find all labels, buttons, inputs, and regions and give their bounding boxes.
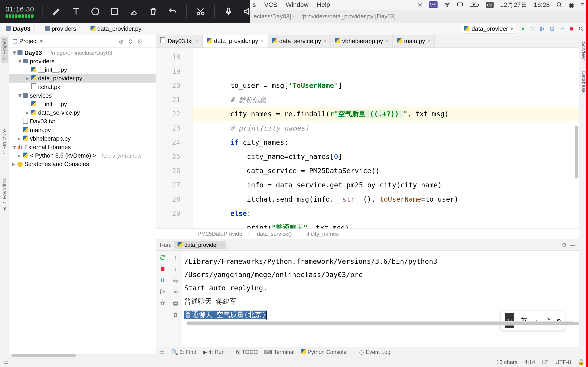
spotlight-icon[interactable] [556, 2, 562, 8]
up-button[interactable]: ↑ [172, 254, 179, 261]
crumb-method[interactable]: data_service() [257, 231, 292, 237]
sciview-tool-tab[interactable]: SciView [580, 40, 587, 62]
soft-wrap-button[interactable] [172, 277, 179, 284]
crumb-block[interactable]: if city_names [307, 231, 339, 237]
breadcrumb-root[interactable]: Day03 〉 [4, 24, 41, 34]
tree-external-libs[interactable]: ▼External Libraries [9, 143, 156, 151]
status-position[interactable]: 4:14 [524, 359, 535, 365]
tree-file[interactable]: itchat.pkl [9, 83, 156, 92]
fold-strip[interactable] [186, 48, 192, 228]
status-spinner-icon[interactable]: ✳︎ [417, 1, 423, 9]
event-log-tab[interactable]: ◌ Event Log [359, 349, 390, 355]
gear-icon[interactable]: ⚙ [137, 38, 144, 44]
close-icon[interactable]: × [260, 38, 263, 44]
attach-button[interactable] [559, 26, 565, 32]
run-tab[interactable]: ▶ 4: Run [203, 349, 225, 355]
tab-vbhelperapp[interactable]: vbhelperapp.py× [331, 35, 393, 48]
menu-window[interactable]: Window [286, 1, 309, 8]
hide-icon[interactable]: — [146, 38, 153, 44]
down-button[interactable]: ↓ [172, 265, 179, 272]
todo-tab[interactable]: ≡ 6: TODO [231, 349, 258, 355]
run-button[interactable] [520, 26, 527, 32]
code-content[interactable]: to_user = msg['ToUserName'] # 解析信息 city_… [192, 48, 579, 228]
tree-folder-providers[interactable]: ▼providers [9, 57, 156, 66]
tree-file-selected[interactable]: ▸data_provider.py [9, 74, 156, 83]
find-tab[interactable]: 🔍 3: Find [171, 349, 196, 355]
python-console-tab[interactable]: Python Console [301, 349, 346, 355]
menu-help[interactable]: Help [317, 1, 330, 8]
coverage-button[interactable] [539, 26, 546, 32]
collapse-icon[interactable]: ⇕ [128, 38, 134, 44]
close-icon[interactable]: × [323, 38, 326, 44]
stop-button[interactable] [568, 26, 575, 32]
code-editor[interactable]: 181920 212223 242526 272829 to_user = ms… [156, 48, 579, 228]
mic-icon[interactable] [223, 6, 234, 17]
tree-file[interactable]: Day03.txt [9, 117, 156, 126]
crumb-class[interactable]: PM25DataProvide [198, 231, 242, 237]
project-tool-tab[interactable]: 1: Project [1, 37, 8, 63]
undo-tool-icon[interactable] [167, 6, 178, 17]
menu-vcs[interactable]: VCS [264, 1, 277, 8]
search-everywhere-button[interactable] [578, 26, 584, 32]
square-tool-icon[interactable] [109, 6, 120, 17]
tab-data-provider[interactable]: data_provider.py× [203, 35, 268, 48]
scroll-to-end-button[interactable] [172, 288, 179, 295]
tab-main[interactable]: main.py× [393, 35, 435, 48]
tree-file[interactable]: main.py [9, 126, 156, 134]
exit-button[interactable] [159, 288, 166, 295]
text-tool-icon[interactable] [70, 6, 82, 17]
structure-tool-tab[interactable]: 7: Structure [1, 127, 8, 158]
database-tool-tab[interactable]: Database [580, 69, 587, 95]
run-config-selector[interactable]: data_provider ▾ [461, 24, 517, 33]
tree-file[interactable]: ▸vbhelperapp.py [9, 134, 156, 143]
pause-button[interactable] [159, 277, 166, 284]
status-line-ending[interactable]: LF [542, 359, 548, 365]
cut-tool-icon[interactable] [195, 6, 206, 17]
tab-day03txt[interactable]: Day03.txt× [156, 35, 203, 48]
pencil-tool-icon[interactable] [51, 6, 62, 17]
tree-root[interactable]: ▼Day03 ~/mege/onlineclass/Day03 [9, 49, 156, 57]
gear-icon[interactable]: ⚙ [562, 242, 567, 248]
vs-icon[interactable]: VS [429, 1, 438, 8]
ime-toolbar[interactable]: du 英 ⋰ ☽ ⚙ [500, 311, 565, 331]
breadcrumb-file[interactable]: data_provider.py [88, 24, 144, 33]
display-icon[interactable] [457, 2, 463, 7]
tree-python-env[interactable]: ▸< Python 3.6 (kvDemo) > /Library/Framew [9, 151, 156, 160]
siri-icon[interactable]: ◉ [569, 1, 574, 9]
messages-icon[interactable]: ▭ [159, 349, 165, 355]
locate-icon[interactable]: ⊕ [119, 38, 125, 44]
rerun-button[interactable] [159, 254, 166, 261]
close-icon[interactable]: × [220, 242, 223, 248]
debug-button[interactable] [530, 26, 536, 32]
print-button[interactable] [172, 300, 179, 307]
ime-logo-icon[interactable]: du [505, 313, 515, 328]
wifi-icon[interactable] [444, 2, 450, 7]
favorites-tool-tab[interactable]: ★ 2: Favorites [1, 176, 8, 214]
menubar-time[interactable]: 16:28 [534, 1, 550, 8]
close-icon[interactable]: × [427, 38, 430, 44]
close-icon[interactable]: × [195, 38, 198, 44]
trash-tool-icon[interactable] [148, 6, 159, 17]
hide-icon[interactable]: — [570, 242, 575, 248]
circle-tool-icon[interactable] [90, 6, 101, 17]
du-icon[interactable]: du [486, 2, 493, 8]
console-horizontal-scrollbar[interactable] [187, 321, 574, 325]
notifications-icon[interactable]: ≡ [581, 1, 584, 8]
status-icon[interactable]: ▭ [3, 359, 9, 365]
console-output[interactable]: /Library/Frameworks/Python.framework/Ver… [182, 251, 579, 347]
status-lock-icon[interactable]: 🔓 [578, 359, 585, 365]
run-tab[interactable]: data_provider × [174, 241, 226, 249]
clear-button[interactable] [172, 311, 179, 318]
terminal-tab[interactable]: ⌨ Terminal [264, 349, 294, 355]
project-tree[interactable]: ▼Day03 ~/mege/onlineclass/Day03 ▼provide… [9, 48, 156, 354]
pin-button[interactable] [159, 300, 166, 307]
tab-data-service[interactable]: data_service.py× [268, 35, 331, 48]
tree-folder-services[interactable]: ▼services [9, 92, 156, 100]
tree-file[interactable]: __init__.py [9, 66, 156, 74]
project-view-selector[interactable]: Project ▾ [12, 38, 43, 45]
editor-vertical-scrollbar[interactable] [575, 126, 578, 178]
tree-file[interactable]: ▸data_service.py [9, 108, 156, 117]
eraser-tool-icon[interactable] [128, 6, 139, 17]
profile-button[interactable] [549, 26, 555, 32]
menubar-date[interactable]: 12月27日 [500, 0, 527, 9]
